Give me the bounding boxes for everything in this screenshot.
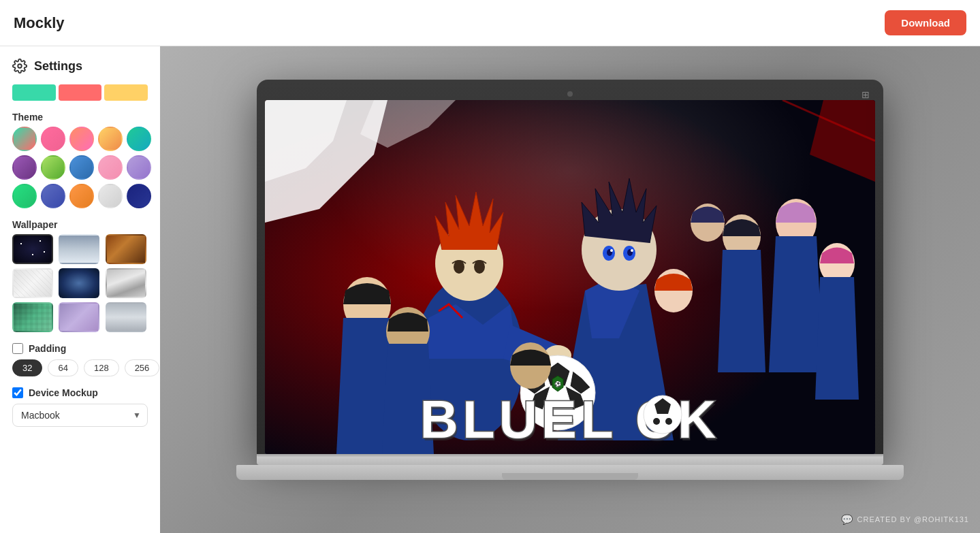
theme-swatch-purple[interactable] [12,155,37,180]
preview-swatch [59,84,102,101]
preview-swatch [104,84,148,101]
macbook-hinge [257,454,883,457]
theme-swatch-yellow-orange[interactable] [98,127,123,151]
watermark: 💬 CREATED BY @ROHITK131 [841,514,969,525]
bluelock-title: BLUEL CK BLUEL CK [420,389,722,452]
device-mockup-checkbox[interactable] [12,387,23,398]
settings-label: Settings [34,59,82,74]
watermark-icon: 💬 [841,514,853,525]
theme-swatch-dark-blue[interactable] [127,184,151,208]
macbook-base [236,465,904,480]
download-button[interactable]: Download [885,10,966,35]
settings-header: Settings [12,59,148,74]
wallpaper-thumb-silver[interactable] [106,268,146,298]
wallpaper-section: Wallpaper [12,219,148,332]
device-select-wrapper: Macbook iPhone iPad Browser ▼ [12,404,148,427]
watermark-text: CREATED BY @ROHITK131 [857,515,969,523]
wallpaper-thumb-mosaic[interactable] [12,302,53,332]
device-mockup-checkbox-label[interactable]: Device Mockup [12,387,148,398]
padding-checkbox-label[interactable]: Padding [12,343,148,354]
wallpaper-label: Wallpaper [12,219,148,230]
theme-swatch-blue[interactable] [69,155,94,180]
padding-btn-32[interactable]: 32 [12,359,42,376]
padding-options: 32 64 128 256 [12,359,148,376]
macbook-corner-icon: ⊞ [862,89,870,100]
svg-point-13 [610,249,613,252]
theme-swatch-amber[interactable] [69,184,94,208]
theme-section: Theme [12,112,148,208]
preview-area: ⊞ [160,46,980,533]
svg-point-35 [653,418,660,425]
gear-icon [12,59,27,74]
screen-content: ⚽ [265,100,875,454]
wallpaper-thumb-space-dark[interactable] [12,234,53,264]
padding-btn-128[interactable]: 128 [84,359,119,376]
wallpaper-thumb-purple-haze[interactable] [59,302,99,332]
theme-swatch-lime[interactable] [41,155,65,180]
svg-point-14 [631,249,633,252]
padding-btn-256[interactable]: 256 [125,359,160,376]
device-mockup-label: Device Mockup [29,387,98,398]
macbook-screen-inner: ⚽ [265,100,875,454]
app-logo: Mockly [14,14,874,32]
padding-label: Padding [29,343,66,354]
padding-btn-64[interactable]: 64 [48,359,78,376]
main-content: Settings Theme [0,46,980,533]
color-preview-row-1 [12,84,148,101]
svg-text:⚽: ⚽ [554,381,561,387]
wallpaper-grid [12,234,148,332]
macbook-bottom [257,454,883,465]
macbook-screen-outer: ⊞ [257,80,883,454]
padding-checkbox[interactable] [12,343,23,354]
macbook-notch: ⊞ [265,88,875,100]
theme-label: Theme [12,112,148,123]
svg-point-36 [665,418,672,425]
theme-swatch-light-gray[interactable] [98,184,123,208]
theme-swatch-orange-pink[interactable] [69,127,94,151]
padding-section: Padding 32 64 128 256 [12,343,148,376]
theme-swatch-pink[interactable] [41,127,65,151]
theme-swatch-teal-coral[interactable] [12,127,37,151]
macbook-mockup: ⊞ [236,80,904,480]
wallpaper-thumb-clouds[interactable] [59,234,99,264]
color-preview-section [12,84,148,101]
wallpaper-thumb-fractal[interactable] [12,268,53,298]
macbook-camera [567,91,573,97]
sidebar: Settings Theme [0,46,160,533]
anime-scene-svg: ⚽ [265,100,875,454]
theme-swatch-teal-cyan[interactable] [127,127,151,151]
header: Mockly Download [0,0,980,46]
theme-swatch-pink-light[interactable] [98,155,123,180]
wallpaper-thumb-starburst[interactable] [59,268,99,298]
device-mockup-section: Device Mockup Macbook iPhone iPad Browse… [12,387,148,427]
theme-grid [12,127,148,208]
wallpaper-thumb-warm-glow[interactable] [106,234,146,264]
preview-swatch [12,84,56,101]
theme-swatch-purple-blue[interactable] [41,184,65,208]
svg-point-0 [18,64,22,68]
wallpaper-thumb-foggy[interactable] [106,302,146,332]
device-select[interactable]: Macbook iPhone iPad Browser [12,404,148,427]
theme-swatch-green-teal[interactable] [12,184,37,208]
theme-swatch-lavender[interactable] [127,155,151,180]
